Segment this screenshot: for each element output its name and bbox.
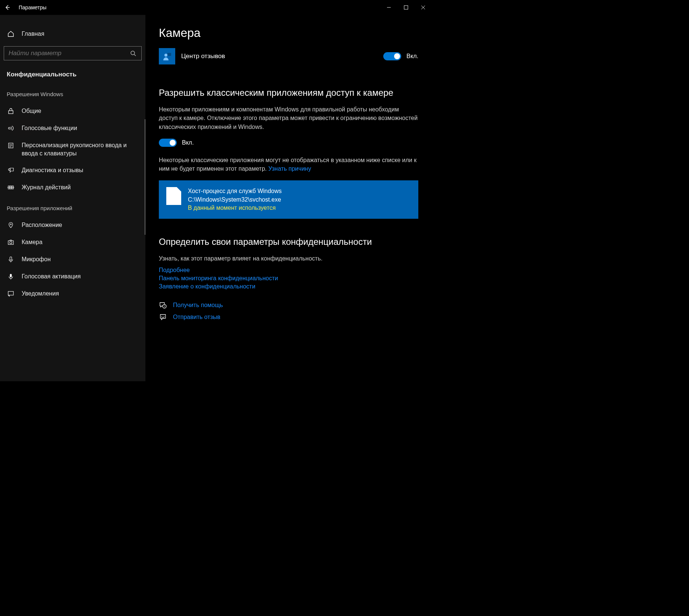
sidebar-group-app-permissions: Разрешения приложений: [0, 196, 145, 217]
feedback-hub-row: Центр отзывов Вкл.: [159, 48, 418, 64]
svg-rect-14: [8, 291, 13, 295]
feedback-icon: [7, 166, 15, 174]
location-icon: [7, 221, 15, 229]
svg-rect-0: [404, 6, 408, 9]
sidebar-item-label: Уведомления: [22, 290, 59, 298]
desktop-apps-info: Некоторые классические приложения могут …: [159, 156, 418, 173]
sidebar-item-label: Журнал действий: [22, 183, 71, 192]
svchost-card[interactable]: Хост-процесс для служб Windows C:\Window…: [159, 180, 418, 219]
sidebar-item-diagnostics[interactable]: Диагностика и отзывы: [0, 162, 145, 179]
learn-more-link[interactable]: Подробнее: [159, 267, 418, 274]
search-box[interactable]: [4, 46, 142, 60]
toggle-state-label: Вкл.: [182, 139, 194, 146]
sidebar-item-label: Расположение: [22, 221, 62, 229]
privacy-statement-link[interactable]: Заявление о конфиденциальности: [159, 283, 418, 290]
svg-rect-16: [167, 53, 171, 56]
sidebar-item-inking[interactable]: Персонализация рукописного ввода и ввода…: [0, 137, 145, 162]
sidebar-item-general[interactable]: Общие: [0, 102, 145, 120]
close-button[interactable]: [415, 0, 432, 15]
get-help-row[interactable]: ? Получить помощь: [159, 301, 418, 309]
card-app-name: Хост-процесс для служб Windows: [188, 187, 282, 195]
feedback-send-icon: [159, 313, 167, 321]
back-button[interactable]: [0, 0, 15, 15]
privacy-settings-heading: Определить свои параметры конфиденциальн…: [159, 236, 418, 247]
minimize-button[interactable]: [380, 0, 397, 15]
minimize-icon: [387, 5, 391, 10]
send-feedback-row[interactable]: Отправить отзыв: [159, 313, 418, 321]
sidebar-item-speech[interactable]: Голосовые функции: [0, 120, 145, 137]
sidebar-item-label: Персонализация рукописного ввода и ввода…: [22, 141, 139, 157]
title-bar: Параметры: [0, 0, 432, 15]
home-label: Главная: [22, 31, 44, 37]
voice-icon: [7, 272, 15, 281]
svg-text:?: ?: [164, 305, 165, 308]
card-app-path: C:\Windows\System32\svchost.exe: [188, 196, 282, 204]
page-title: Камера: [159, 26, 418, 40]
sidebar-item-location[interactable]: Расположение: [0, 217, 145, 234]
sidebar-item-label: Диагностика и отзывы: [22, 166, 83, 174]
notifications-icon: [7, 290, 15, 298]
svg-point-1: [131, 51, 135, 55]
svg-point-3: [9, 127, 10, 129]
card-app-status: В данный момент используется: [188, 204, 282, 212]
sidebar-item-label: Камера: [22, 238, 43, 246]
sidebar-group-windows-permissions: Разрешения Windows: [0, 82, 145, 102]
file-icon: [166, 187, 181, 205]
camera-icon: [7, 238, 15, 246]
sidebar-item-label: Микрофон: [22, 255, 51, 263]
home-nav[interactable]: Главная: [0, 26, 145, 42]
send-feedback-link[interactable]: Отправить отзыв: [173, 314, 220, 320]
search-input[interactable]: [9, 50, 129, 57]
person-icon: [162, 51, 172, 61]
svg-rect-2: [9, 111, 13, 114]
privacy-dashboard-link[interactable]: Панель мониторинга конфиденциальности: [159, 275, 418, 282]
svg-point-9: [10, 224, 12, 225]
svg-rect-13: [10, 274, 12, 277]
get-help-link[interactable]: Получить помощь: [173, 302, 223, 309]
svg-point-15: [164, 54, 167, 57]
feedback-hub-tile: [159, 48, 175, 64]
main-content: Камера Центр отзывов Вкл. Разрешить клас…: [145, 15, 432, 381]
sidebar-section-title: Конфиденциальность: [0, 67, 145, 82]
sidebar-item-camera[interactable]: Камера: [0, 234, 145, 251]
microphone-icon: [7, 255, 15, 263]
lock-icon: [7, 107, 15, 115]
arrow-left-icon: [4, 4, 10, 10]
learn-why-link[interactable]: Узнать причину: [268, 165, 311, 172]
maximize-icon: [404, 5, 408, 10]
feedback-hub-label: Центр отзывов: [181, 53, 383, 60]
svg-point-19: [161, 316, 162, 317]
window-title: Параметры: [19, 4, 47, 10]
svg-rect-12: [10, 257, 12, 260]
search-icon: [129, 50, 137, 56]
window-controls: [380, 0, 432, 15]
sidebar-item-label: Голосовые функции: [22, 124, 77, 132]
clipboard-icon: [7, 141, 15, 149]
desktop-apps-toggle[interactable]: [159, 139, 177, 147]
sidebar-item-label: Общие: [22, 107, 41, 115]
svg-point-11: [10, 241, 12, 244]
sidebar-item-label: Голосовая активация: [22, 272, 81, 281]
feedback-hub-toggle[interactable]: [383, 52, 401, 60]
toggle-state-label: Вкл.: [406, 53, 418, 60]
desktop-apps-description: Некоторым приложениям и компонентам Wind…: [159, 105, 418, 131]
activity-icon: [7, 183, 15, 192]
speech-icon: [7, 124, 15, 132]
sidebar-item-activity[interactable]: Журнал действий: [0, 179, 145, 196]
help-icon: ?: [159, 301, 167, 309]
close-icon: [421, 5, 425, 10]
desktop-apps-heading: Разрешить классическим приложениям досту…: [159, 87, 418, 98]
sidebar-item-voice-activation[interactable]: Голосовая активация: [0, 268, 145, 285]
sidebar-item-microphone[interactable]: Микрофон: [0, 251, 145, 268]
home-icon: [7, 30, 15, 38]
svg-point-20: [164, 316, 164, 317]
sidebar-item-notifications[interactable]: Уведомления: [0, 285, 145, 302]
sidebar: Главная Конфиденциальность Разрешения Wi…: [0, 15, 145, 381]
privacy-settings-description: Узнать, как этот параметр влияет на конф…: [159, 254, 418, 263]
maximize-button[interactable]: [397, 0, 415, 15]
